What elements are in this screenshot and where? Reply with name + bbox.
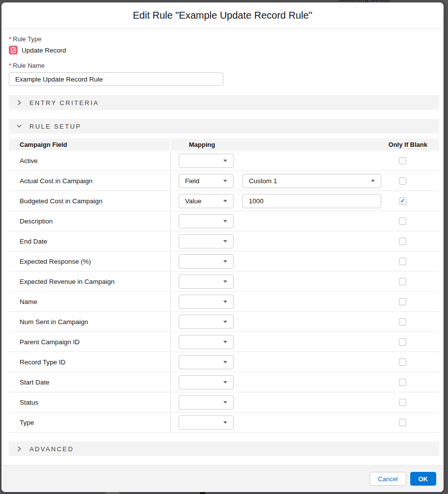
chevron-down-icon <box>223 280 227 283</box>
table-row: Name <box>9 292 439 312</box>
mapping-type-select[interactable]: Field <box>179 174 234 188</box>
mapping-type-select[interactable] <box>179 375 234 389</box>
mapping-type-select[interactable] <box>179 274 234 289</box>
table-row: Budgeted Cost in CampaignValue✓ <box>9 191 439 211</box>
campaign-field-label: Actual Cost in Campaign <box>9 171 171 191</box>
mapping-type-select[interactable] <box>179 234 234 248</box>
table-row: End Date <box>9 231 439 251</box>
chevron-down-icon <box>223 260 227 263</box>
chevron-down-icon <box>223 220 227 222</box>
rule-setup-table: Campaign Field Mapping Only If Blank Act… <box>9 138 439 433</box>
header-mapping-group: Mapping Only If Blank <box>171 138 439 151</box>
header-campaign-field: Campaign Field <box>9 138 171 151</box>
mapping-type-select[interactable] <box>179 355 234 369</box>
modal-body: * Rule Type Update Record * Rule Name EN… <box>1 35 444 456</box>
rule-name-label-text: Rule Name <box>13 62 45 69</box>
section-entry-criteria[interactable]: ENTRY CRITERIA <box>9 95 439 110</box>
modal-title: Edit Rule "Example Update Record Rule" <box>133 10 313 21</box>
only-if-blank-checkbox[interactable] <box>399 278 406 285</box>
section-label: RULE SETUP <box>29 123 81 130</box>
table-row: Record Type ID <box>9 352 439 372</box>
only-if-blank-checkbox[interactable] <box>399 379 406 386</box>
table-row: Description <box>9 211 439 231</box>
table-header-row: Campaign Field Mapping Only If Blank <box>9 138 439 151</box>
header-mapping: Mapping <box>189 141 215 148</box>
chevron-down-icon <box>223 361 227 363</box>
required-asterisk: * <box>9 62 11 69</box>
rule-type-value: Update Record <box>22 47 66 54</box>
background-fragment <box>105 492 119 494</box>
only-if-blank-checkbox[interactable] <box>399 258 406 265</box>
campaign-field-label: Record Type ID <box>9 352 171 372</box>
rule-name-label: * Rule Name <box>9 62 439 69</box>
mapping-type-select[interactable] <box>179 295 234 309</box>
section-label: ENTRY CRITERIA <box>29 99 99 107</box>
chevron-down-icon <box>223 341 227 343</box>
mapping-type-value: Value <box>185 197 202 205</box>
only-if-blank-checkbox[interactable] <box>399 177 406 185</box>
campaign-field-label: Type <box>9 412 171 432</box>
chevron-down-icon <box>223 240 227 243</box>
chevron-down-icon <box>223 301 227 303</box>
campaign-field-label: Start Date <box>9 372 171 392</box>
only-if-blank-checkbox[interactable] <box>399 157 406 165</box>
rule-type-label: * Rule Type <box>9 35 439 43</box>
only-if-blank-checkbox[interactable] <box>399 238 406 245</box>
ok-button[interactable]: OK <box>410 472 437 486</box>
only-if-blank-checkbox[interactable] <box>399 399 406 406</box>
section-label: ADVANCED <box>29 445 74 453</box>
campaign-field-label: Name <box>9 292 171 311</box>
campaign-field-label: Num Sent in Campaign <box>9 312 171 331</box>
table-row: Active <box>9 151 439 171</box>
chevron-down-icon <box>223 160 227 162</box>
only-if-blank-checkbox[interactable] <box>399 318 406 326</box>
chevron-right-icon <box>16 445 23 452</box>
modal-header: Edit Rule "Example Update Record Rule" <box>1 2 444 28</box>
table-row: Expected Response (%) <box>9 251 439 272</box>
mapping-type-select[interactable] <box>179 254 234 269</box>
only-if-blank-checkbox[interactable]: ✓ <box>399 197 406 205</box>
mapping-type-value: Field <box>185 177 199 185</box>
table-row: Actual Cost in CampaignFieldCustom 1 <box>9 171 439 191</box>
background-fragment <box>200 492 205 494</box>
chevron-down-icon <box>16 123 23 130</box>
mapping-type-select[interactable] <box>179 214 234 228</box>
only-if-blank-checkbox[interactable] <box>399 338 406 346</box>
section-advanced[interactable]: ADVANCED <box>9 441 439 456</box>
only-if-blank-checkbox[interactable] <box>399 358 406 366</box>
mapping-type-select[interactable] <box>179 154 234 168</box>
chevron-down-icon <box>223 401 227 404</box>
table-row: Type <box>9 412 439 433</box>
rule-type-value-row: Update Record <box>9 46 439 55</box>
rule-table-body: ActiveActual Cost in CampaignFieldCustom… <box>9 151 439 433</box>
mapping-type-select[interactable] <box>179 315 234 329</box>
section-rule-setup[interactable]: RULE SETUP <box>9 119 439 134</box>
campaign-field-label: Expected Revenue in Campaign <box>9 272 171 291</box>
chevron-down-icon <box>371 180 375 182</box>
mapping-type-select[interactable] <box>179 335 234 349</box>
campaign-field-label: End Date <box>9 231 171 251</box>
table-row: Num Sent in Campaign <box>9 312 439 332</box>
only-if-blank-checkbox[interactable] <box>399 298 406 305</box>
cancel-button[interactable]: Cancel <box>369 472 406 486</box>
table-row: Expected Revenue in Campaign <box>9 272 439 292</box>
table-row: Start Date <box>9 372 439 392</box>
modal-footer: Cancel OK <box>1 465 444 492</box>
update-record-icon <box>9 46 18 55</box>
chevron-down-icon <box>223 200 227 202</box>
only-if-blank-checkbox[interactable] <box>399 218 406 225</box>
only-if-blank-checkbox[interactable] <box>399 419 406 426</box>
mapping-value-input[interactable] <box>242 194 381 208</box>
chevron-down-icon <box>223 421 227 424</box>
checkmark-icon: ✓ <box>400 198 405 204</box>
mapping-type-select[interactable] <box>179 415 234 430</box>
rule-type-label-text: Rule Type <box>13 35 41 43</box>
mapping-type-select[interactable]: Value <box>179 194 234 208</box>
mapping-value-select[interactable]: Custom 1 <box>242 174 381 188</box>
campaign-field-label: Expected Response (%) <box>9 251 171 271</box>
chevron-down-icon <box>223 180 227 182</box>
campaign-field-label: Description <box>9 211 171 231</box>
chevron-down-icon <box>223 321 227 323</box>
rule-name-input[interactable] <box>9 72 223 86</box>
mapping-type-select[interactable] <box>179 395 234 410</box>
